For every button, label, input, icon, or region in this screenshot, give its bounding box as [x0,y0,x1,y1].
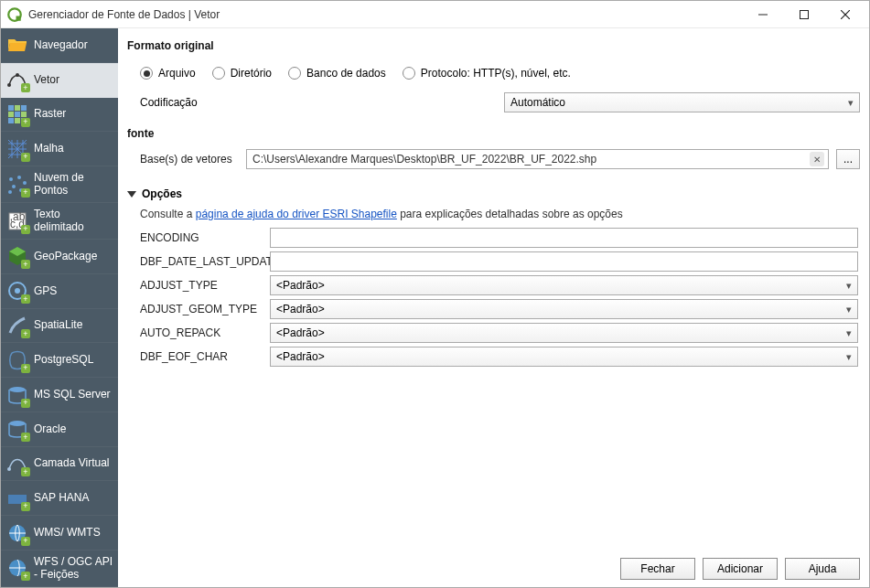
sidebar-item-sap-hana[interactable]: SAP HANA [1,481,118,516]
sidebar-item-navegador[interactable]: Navegador [1,28,118,63]
svg-point-8 [16,73,19,77]
svg-rect-13 [15,112,20,117]
radio-dot-icon [288,67,301,80]
option-label: AUTO_REPACK [140,326,264,339]
encoding-select[interactable]: Automático [504,92,860,112]
titlebar: Gerenciador de Fonte de Dados | Vetor [1,1,869,28]
option-select-adjust-type[interactable]: <Padrão> [270,275,858,295]
svg-rect-11 [21,105,27,111]
sidebar-item-texto-delimitado[interactable]: ,abc,d Texto delimitado [1,203,118,240]
sidebar-item-spatialite[interactable]: SpatiaLite [1,309,118,344]
sidebar-item-label: WFS / OGC API - Feições [34,556,113,580]
option-row-encoding: ENCODING [140,228,858,248]
option-row-adjust-geom: ADJUST_GEOM_TYPE <Padrão> [140,299,858,319]
sidebar-item-label: GeoPackage [34,251,97,262]
svg-point-21 [12,185,16,188]
encoding-value: Automático [510,96,565,109]
sidebar-item-label: Nuvem de Pontos [34,172,113,196]
help-button[interactable]: Ajuda [785,558,860,580]
svg-point-20 [23,181,27,185]
radio-dot-icon [140,67,153,80]
geopackage-icon [6,245,28,267]
sidebar-item-wfs[interactable]: WFS / OGC API - Feições [1,551,118,587]
svg-rect-10 [15,105,20,111]
svg-point-30 [9,421,26,426]
sidebar-item-malha[interactable]: Malha [1,132,118,166]
radio-dot-icon [212,67,225,80]
options-title: Opções [142,187,182,200]
source-group-title: fonte [127,127,860,140]
svg-rect-12 [8,112,14,117]
option-row-dbf-date: DBF_DATE_LAST_UPDATE [140,251,858,272]
radio-label: Banco de dados [306,67,386,80]
radio-arquivo[interactable]: Arquivo [140,67,196,80]
radio-label: Arquivo [158,67,196,80]
bases-input[interactable]: C:\Users\Alexandre Marques\Desktop\BR_UF… [246,149,829,169]
sidebar-item-oracle[interactable]: Oracle [1,412,118,447]
sidebar-item-raster[interactable]: Raster [1,98,118,133]
option-select-auto-repack[interactable]: <Padrão> [270,323,858,343]
window-title: Gerenciador de Fonte de Dados | Vetor [28,8,742,21]
clear-icon[interactable]: ✕ [810,152,824,166]
point-cloud-icon [6,174,28,196]
browse-button[interactable]: ... [836,149,860,169]
wfs-icon [6,557,28,579]
close-button[interactable] [824,1,865,27]
option-label: DBF_EOF_CHAR [140,350,264,363]
vector-icon [6,69,28,91]
options-header[interactable]: Opções [127,187,860,200]
sidebar-item-camada-virtual[interactable]: Camada Virtual [1,447,118,482]
disclosure-down-icon [127,191,136,198]
option-row-adjust-type: ADJUST_TYPE <Padrão> [140,275,858,295]
driver-help-link[interactable]: página de ajuda do driver ESRI Shapefile [196,208,397,220]
sidebar-item-label: SpatiaLite [34,319,82,331]
options-table: ENCODING DBF_DATE_LAST_UPDATE ADJUST_TYP… [140,228,858,367]
sidebar-item-label: Texto delimitado [34,208,113,232]
minimize-button[interactable] [742,1,783,27]
option-label: DBF_DATE_LAST_UPDATE [140,255,264,268]
sidebar-item-vetor[interactable]: Vetor [1,63,118,98]
svg-rect-16 [15,118,20,123]
sidebar-item-mssql[interactable]: MS SQL Server [1,378,118,412]
option-input-encoding[interactable] [270,228,858,248]
maximize-button[interactable] [783,1,824,27]
radio-protocolo[interactable]: Protocolo: HTTP(s), núvel, etc. [403,67,571,80]
sidebar-item-label: GPS [34,285,57,297]
sidebar: Navegador Vetor Raster Malha Nuvem de Po… [1,28,118,587]
sidebar-item-postgresql[interactable]: PostgreSQL [1,343,118,378]
sidebar-item-gps[interactable]: GPS [1,274,118,309]
encoding-row: Codificação Automático [127,92,860,112]
browse-label: ... [843,153,853,166]
sidebar-item-label: PostgreSQL [34,354,93,366]
option-input-dbf-date[interactable] [270,251,858,272]
oracle-icon [6,418,28,440]
sidebar-item-geopackage[interactable]: GeoPackage [1,240,118,274]
option-label: ADJUST_GEOM_TYPE [140,303,264,315]
sidebar-item-label: Vetor [34,74,59,86]
source-type-radios: Arquivo Diretório Banco de dados Protoco… [127,61,860,92]
svg-point-28 [15,288,20,294]
svg-point-31 [7,467,11,471]
radio-label: Diretório [231,67,272,80]
radio-banco-de-dados[interactable]: Banco de dados [288,67,386,80]
option-row-auto-repack: AUTO_REPACK <Padrão> [140,323,858,343]
format-group-title: Formato original [127,39,860,52]
svg-point-18 [9,177,13,181]
spatialite-icon [6,315,28,337]
option-select-dbf-eof[interactable]: <Padrão> [270,347,858,367]
option-label: ENCODING [140,231,264,244]
close-dialog-button[interactable]: Fechar [620,558,695,580]
bases-row: Base(s) de vetores C:\Users\Alexandre Ma… [127,149,860,169]
sidebar-item-label: Oracle [34,423,66,435]
svg-rect-1 [16,16,21,20]
svg-rect-15 [8,118,14,123]
sidebar-item-wms-wmts[interactable]: WMS/ WMTS [1,516,118,551]
sidebar-item-nuvem-de-pontos[interactable]: Nuvem de Pontos [1,166,118,203]
option-select-adjust-geom[interactable]: <Padrão> [270,299,858,319]
add-button[interactable]: Adicionar [703,558,778,580]
sidebar-item-label: MS SQL Server [34,389,111,401]
bases-value: C:\Users\Alexandre Marques\Desktop\BR_UF… [252,153,806,166]
footer-buttons: Fechar Adicionar Ajuda [127,551,860,580]
radio-diretorio[interactable]: Diretório [212,67,272,80]
radio-label: Protocolo: HTTP(s), núvel, etc. [421,67,571,80]
